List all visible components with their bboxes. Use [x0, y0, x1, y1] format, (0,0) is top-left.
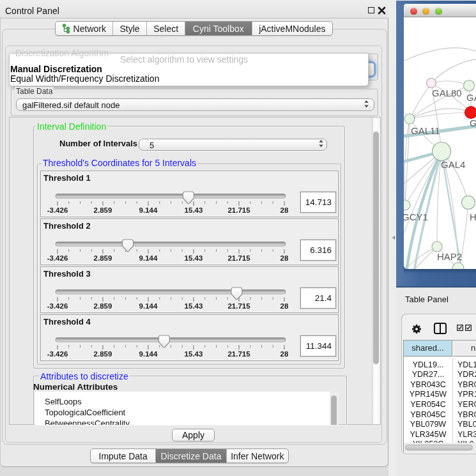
- svg-text:H: H: [470, 211, 476, 222]
- svg-text:21.715: 21.715: [227, 302, 250, 310]
- svg-text:15.43: 15.43: [185, 206, 203, 214]
- svg-text:GAL80: GAL80: [432, 88, 462, 98]
- svg-text:GAL4: GAL4: [441, 159, 465, 170]
- svg-text:28: 28: [280, 254, 289, 262]
- svg-text:28: 28: [280, 206, 289, 214]
- svg-text:9.144: 9.144: [139, 350, 158, 358]
- svg-text:-3.426: -3.426: [47, 206, 68, 214]
- svg-text:2.859: 2.859: [94, 206, 112, 214]
- svg-text:G: G: [470, 118, 476, 128]
- svg-text:15.43: 15.43: [185, 350, 203, 358]
- svg-text:9.144: 9.144: [139, 206, 158, 214]
- svg-text:9.144: 9.144: [139, 302, 158, 310]
- svg-text:GCY1: GCY1: [404, 211, 428, 222]
- svg-text:21.715: 21.715: [227, 254, 250, 262]
- svg-text:21.715: 21.715: [227, 206, 250, 214]
- svg-text:2.859: 2.859: [94, 350, 112, 358]
- svg-text:2.859: 2.859: [94, 302, 112, 310]
- svg-text:2.859: 2.859: [94, 254, 112, 262]
- svg-text:GAL11: GAL11: [411, 125, 440, 136]
- svg-text:-3.426: -3.426: [47, 302, 68, 310]
- svg-text:GA: GA: [466, 92, 476, 103]
- svg-text:21.715: 21.715: [227, 350, 250, 358]
- svg-text:15.43: 15.43: [185, 254, 203, 262]
- svg-text:9.144: 9.144: [139, 254, 158, 262]
- svg-text:28: 28: [280, 302, 289, 310]
- svg-text:-3.426: -3.426: [47, 350, 68, 358]
- svg-text:15.43: 15.43: [185, 302, 203, 310]
- svg-text:28: 28: [280, 350, 289, 358]
- svg-text:HAP2: HAP2: [437, 251, 462, 262]
- svg-text:-3.426: -3.426: [47, 254, 68, 262]
